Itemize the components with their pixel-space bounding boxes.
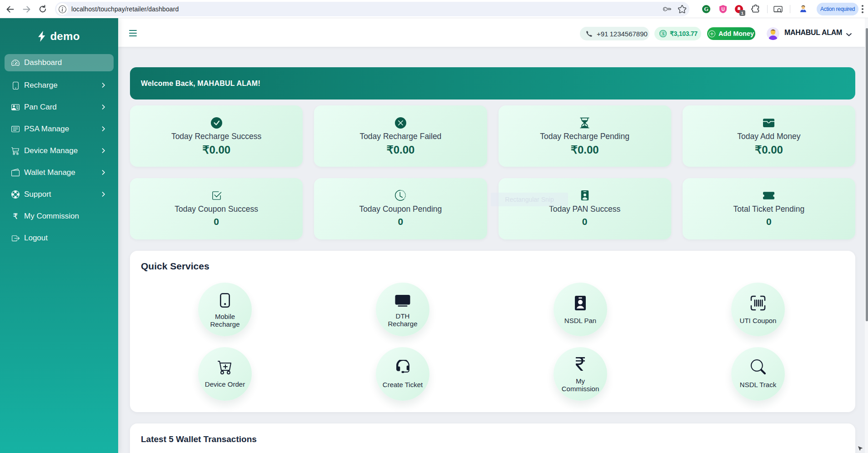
svg-text:U: U bbox=[721, 7, 724, 12]
svg-text:G: G bbox=[704, 6, 708, 12]
svg-text:1: 1 bbox=[741, 10, 744, 15]
svg-text:$: $ bbox=[662, 31, 664, 36]
